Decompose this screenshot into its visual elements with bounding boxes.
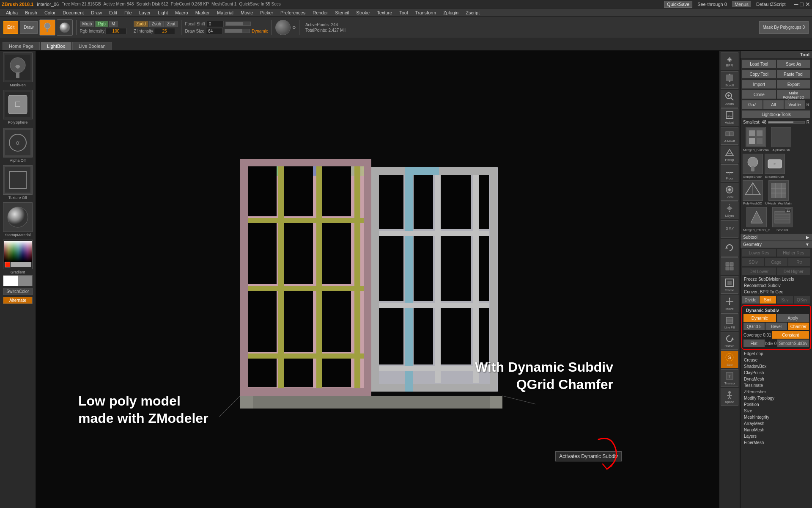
copy-tool-btn[interactable]: Copy Tool — [742, 70, 776, 78]
menu-file[interactable]: File — [121, 10, 135, 16]
mask-by-polygroups-btn[interactable]: Mask By Polygroups 0 — [759, 21, 809, 34]
smallest-slider[interactable] — [768, 121, 805, 124]
switch-color-btn[interactable]: SwitchColor — [3, 288, 33, 295]
clone-btn[interactable]: Clone — [742, 90, 776, 99]
load-tool-btn[interactable]: Load Tool — [742, 60, 776, 68]
aahalf-btn[interactable]: AAHalf — [721, 127, 738, 145]
divide-btn[interactable]: Divide — [742, 296, 759, 304]
make-polymesh3d-btn[interactable]: Make PolyMesh3D — [777, 90, 811, 99]
edit-btn[interactable]: Edit — [3, 21, 18, 34]
maximize-btn[interactable]: □ — [800, 1, 804, 8]
rgb-btn[interactable]: Rgb — [95, 21, 108, 27]
alpha-off-thumb[interactable]: α — [3, 128, 33, 157]
poly-sphere-thumb[interactable]: □ — [3, 90, 33, 119]
menu-layer[interactable]: Layer — [136, 10, 154, 16]
quicksave-btn[interactable]: QuickSave — [664, 1, 692, 8]
menu-alpha[interactable]: Alpha — [3, 10, 21, 16]
bevel-btn[interactable]: Bevel — [765, 323, 787, 330]
brush-size-circle[interactable] — [275, 20, 291, 35]
mrgb-btn[interactable]: Mrgb — [80, 21, 95, 27]
goz-btn[interactable]: GoZ — [742, 100, 763, 109]
dynamesh-item[interactable]: DynaMesh — [741, 376, 812, 382]
zcut-btn[interactable]: Zcut — [165, 21, 178, 27]
smoothsubdiv-btn[interactable]: SmoothSubDiv — [777, 340, 809, 347]
flat-btn[interactable]: Flat — [743, 340, 765, 347]
menu-color[interactable]: Color — [41, 10, 59, 16]
all-btn[interactable]: All — [763, 100, 784, 109]
chamfer-btn[interactable]: Chamfer — [788, 323, 809, 330]
menu-texture[interactable]: Texture — [373, 10, 395, 16]
menu-transform[interactable]: Transform — [411, 10, 439, 16]
menu-render[interactable]: Render — [309, 10, 331, 16]
size-item[interactable]: Size — [741, 408, 812, 414]
reconstruct-subdiv-item[interactable]: Reconstruct Subdiv — [741, 282, 812, 289]
cage-btn[interactable]: Cage — [765, 258, 787, 266]
qgrid-btn[interactable]: QGrid 5 — [743, 323, 765, 330]
convert-bpr-item[interactable]: Convert BPR To Geo — [741, 289, 812, 295]
apose-btn[interactable]: Apose — [721, 388, 738, 406]
zremesher-item[interactable]: ZRemesher — [741, 389, 812, 395]
subtool-section[interactable]: Subtool ▶ — [741, 234, 812, 241]
meshintegrity-item[interactable]: MeshIntegrity — [741, 414, 812, 420]
grid-btn[interactable] — [721, 257, 738, 275]
color-swatch[interactable] — [3, 275, 33, 286]
menu-stroke[interactable]: Stroke — [353, 10, 373, 16]
higher-res-btn[interactable]: Higher Res — [777, 249, 811, 257]
qsuv-btn[interactable]: QSuv — [794, 296, 810, 304]
menu-zscript[interactable]: Zscript — [462, 10, 483, 16]
lower-res-btn[interactable]: Lower Res — [742, 249, 776, 257]
constant-btn[interactable]: Constant — [772, 331, 809, 339]
menu-tool[interactable]: Tool — [396, 10, 411, 16]
thumb-merged-bupcha[interactable] — [746, 127, 766, 147]
menu-edit[interactable]: Edit — [106, 10, 121, 16]
del-lower-btn[interactable]: Del Lower — [742, 268, 776, 275]
mask-pen-thumb[interactable] — [3, 52, 33, 82]
thumb-simplebrush[interactable] — [743, 154, 763, 174]
focal-slider[interactable] — [225, 22, 251, 26]
tab-home[interactable]: Home Page — [3, 42, 40, 50]
sub-btn[interactable]: S Sub — [721, 351, 738, 368]
zoom-btn[interactable]: Zoom — [721, 90, 738, 108]
startup-material-thumb[interactable] — [3, 202, 33, 232]
rtr-btn[interactable]: Rtr — [788, 258, 810, 266]
see-through[interactable]: See-through 0 — [695, 1, 730, 7]
close-btn[interactable]: ✕ — [805, 1, 810, 8]
bpr-btn[interactable]: ◈ BPR — [721, 52, 738, 70]
default-zscript[interactable]: DefaultZScript — [754, 1, 788, 7]
dynamic-btn[interactable]: Dynamic — [743, 314, 776, 322]
zadd-btn[interactable]: Zadd — [134, 21, 148, 27]
apply-btn[interactable]: Apply — [777, 314, 809, 322]
edgeloop-item[interactable]: EdgeLoop — [741, 351, 812, 357]
local-btn[interactable]: Local — [721, 183, 738, 201]
thumb-smallist[interactable]: 11 — [772, 207, 793, 227]
xyz-btn[interactable]: XYZ — [721, 220, 738, 238]
position-item[interactable]: Position — [741, 401, 812, 408]
sdiv-btn[interactable]: SDiv — [742, 258, 764, 266]
menu-picker[interactable]: Picker — [257, 10, 277, 16]
menu-zplugin[interactable]: Zplugin — [440, 10, 462, 16]
shadowbox-item[interactable]: ShadowBox — [741, 363, 812, 370]
color-picker-thumb[interactable] — [3, 240, 33, 269]
nanomesh-item[interactable]: NanoMesh — [741, 427, 812, 433]
actual-btn[interactable]: 1:1 Actual — [721, 108, 738, 126]
fibermesh-item[interactable]: FiberMesh — [741, 439, 812, 446]
layers-item[interactable]: Layers — [741, 433, 812, 439]
brush-icon[interactable] — [39, 19, 55, 36]
menu-movie[interactable]: Movie — [237, 10, 256, 16]
save-as-btn[interactable]: Save As — [777, 60, 811, 68]
suv-btn[interactable]: Suv — [777, 296, 793, 304]
visible-btn[interactable]: Visible — [785, 100, 805, 109]
material-icon[interactable] — [57, 19, 73, 36]
del-higher-btn[interactable]: Del Higher — [777, 268, 811, 275]
smt-btn[interactable]: Smt — [760, 296, 776, 304]
viewport[interactable]: Low poly model made with ZModeler With D… — [36, 51, 719, 508]
draw-btn[interactable]: Draw — [20, 21, 37, 34]
thumb-polymesh3d[interactable] — [743, 180, 763, 201]
menus-btn[interactable]: Menus — [732, 1, 751, 7]
scroll-btn[interactable]: Scroll — [721, 71, 738, 89]
geometry-section[interactable]: Geometry ▼ — [741, 241, 812, 248]
move-gizmo-btn[interactable]: Move — [721, 295, 738, 312]
menu-macro[interactable]: Macro — [172, 10, 192, 16]
thumb-eraserbrush[interactable]: E — [765, 154, 785, 174]
transp-btn[interactable]: T Transp — [721, 369, 738, 387]
